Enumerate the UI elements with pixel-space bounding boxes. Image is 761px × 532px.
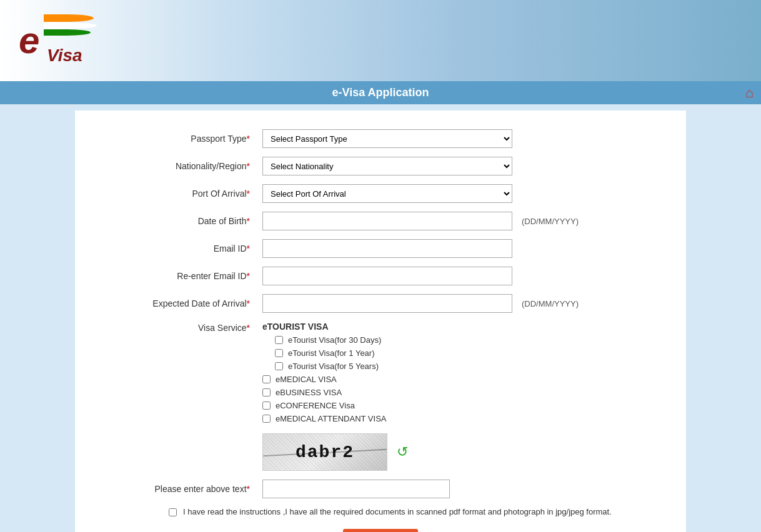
dob-note: (DD/MM/YYYY) [522,217,579,226]
visa-service-row: Visa Service* eTOURIST VISA eTourist Vis… [87,322,674,427]
visa-service-label: Visa Service* [87,322,262,427]
expected-arrival-input[interactable] [262,294,512,313]
captcha-text: dabr2 [296,443,354,462]
captcha-input[interactable] [262,480,450,498]
nationality-row: Nationality/Region* Select Nationality [87,157,674,175]
captcha-input-label: Please enter above text* [87,484,262,494]
visa-option-30days: eTourist Visa(for 30 Days) [275,335,674,345]
logo-visa-text: Visa [47,46,82,66]
continue-button[interactable]: Continue [343,529,418,532]
captcha-image: dabr2 [262,433,387,471]
captcha-input-row: Please enter above text* [87,480,674,498]
email-row: Email ID* [87,239,674,258]
port-of-arrival-label: Port Of Arrival* [87,189,262,199]
re-email-field [262,267,512,285]
main-content: Passport Type* Select Passport Type Nati… [75,111,686,532]
email-field [262,239,512,258]
app-title: e-Visa Application [332,86,429,99]
dob-row: Date of Birth* (DD/MM/YYYY) [87,212,674,230]
dob-input[interactable] [262,212,512,230]
flag-decoration [44,14,100,36]
checkbox-etourist-30days[interactable] [275,336,283,344]
checkbox-etourist-5years[interactable] [275,362,283,370]
visa-option-1year: eTourist Visa(for 1 Year) [275,348,674,358]
expected-arrival-label: Expected Date of Arrival* [87,298,262,308]
checkbox-econference[interactable] [262,401,271,410]
captcha-display-row: dabr2 ↺ [262,433,674,471]
nationality-label: Nationality/Region* [87,161,262,171]
checkbox-ebusiness[interactable] [262,388,271,397]
dob-field [262,212,512,230]
header: e Visa [0,0,761,81]
logo-e-letter: e [19,22,39,59]
checkbox-emedical-attendant[interactable] [262,415,271,423]
expected-arrival-note: (DD/MM/YYYY) [522,299,579,308]
visa-option-econference: eCONFERENCE Visa [262,401,674,410]
port-of-arrival-field: Select Port Of Arrival [262,184,512,203]
re-email-input[interactable] [262,267,512,285]
dob-label: Date of Birth* [87,216,262,226]
checkbox-emedical[interactable] [262,375,271,383]
visa-service-content: eTOURIST VISA eTourist Visa(for 30 Days)… [262,322,674,427]
button-row: Continue [87,529,674,532]
email-label: Email ID* [87,244,262,254]
logo-container: e Visa [12,9,112,72]
expected-arrival-row: Expected Date of Arrival* (DD/MM/YYYY) [87,294,674,313]
passport-type-field: Select Passport Type [262,129,512,148]
checkbox-etourist-1year[interactable] [275,349,283,357]
captcha-refresh-button[interactable]: ↺ [397,433,408,471]
form-container: Passport Type* Select Passport Type Nati… [75,123,686,532]
nationality-field: Select Nationality [262,157,512,175]
re-email-row: Re-enter Email ID* [87,267,674,285]
port-of-arrival-row: Port Of Arrival* Select Port Of Arrival [87,184,674,203]
visa-option-ebusiness: eBUSINESS VISA [262,388,674,397]
nationality-select[interactable]: Select Nationality [262,157,512,175]
terms-text: I have read the instructions ,I have all… [183,507,612,516]
visa-option-emedical: eMEDICAL VISA [262,375,674,384]
title-bar: e-Visa Application ⌂ [0,81,761,104]
port-of-arrival-select[interactable]: Select Port Of Arrival [262,184,512,203]
visa-option-emedical-attendant: eMEDICAL ATTENDANT VISA [262,414,674,423]
terms-row: I have read the instructions ,I have all… [169,507,624,516]
visa-option-5years: eTourist Visa(for 5 Years) [275,362,674,371]
terms-checkbox[interactable] [169,508,177,516]
re-email-label: Re-enter Email ID* [87,271,262,281]
etourist-sub-options: eTourist Visa(for 30 Days) eTourist Visa… [275,335,674,371]
passport-type-row: Passport Type* Select Passport Type [87,129,674,148]
email-input[interactable] [262,239,512,258]
etourist-header: eTOURIST VISA [262,322,674,332]
home-icon[interactable]: ⌂ [745,85,754,101]
expected-arrival-field [262,294,512,313]
passport-type-label: Passport Type* [87,134,262,144]
passport-type-select[interactable]: Select Passport Type [262,129,512,148]
